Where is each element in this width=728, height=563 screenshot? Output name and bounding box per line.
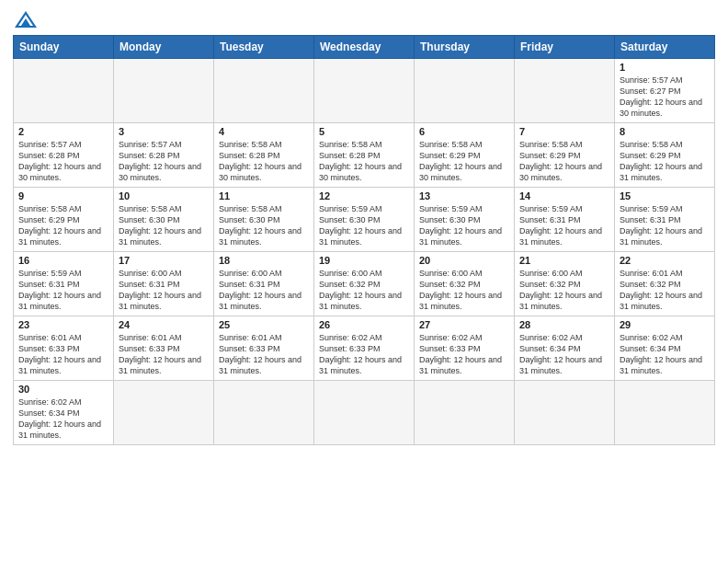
day-info: Sunrise: 5:58 AMSunset: 6:28 PMDaylight:…: [219, 139, 309, 184]
day-info: Sunrise: 5:58 AMSunset: 6:29 PMDaylight:…: [419, 139, 509, 184]
day-info: Sunrise: 6:01 AMSunset: 6:33 PMDaylight:…: [18, 332, 108, 377]
day-info: Sunrise: 6:01 AMSunset: 6:33 PMDaylight:…: [119, 332, 209, 377]
calendar-cell: 10Sunrise: 5:58 AMSunset: 6:30 PMDayligh…: [114, 188, 214, 252]
calendar-cell: [114, 59, 214, 123]
weekday-header-tuesday: Tuesday: [214, 36, 314, 59]
calendar-week-row: 2Sunrise: 5:57 AMSunset: 6:28 PMDaylight…: [14, 123, 715, 188]
day-number: 11: [219, 190, 309, 201]
day-number: 23: [18, 319, 108, 330]
day-number: 8: [620, 126, 710, 137]
day-number: 16: [18, 255, 108, 266]
calendar-week-row: 1Sunrise: 5:57 AMSunset: 6:27 PMDaylight…: [14, 59, 715, 123]
day-info: Sunrise: 5:57 AMSunset: 6:28 PMDaylight:…: [119, 139, 209, 184]
calendar-week-row: 9Sunrise: 5:58 AMSunset: 6:29 PMDaylight…: [14, 188, 715, 252]
day-info: Sunrise: 5:59 AMSunset: 6:30 PMDaylight:…: [319, 203, 409, 248]
calendar-table: SundayMondayTuesdayWednesdayThursdayFrid…: [13, 35, 715, 445]
day-number: 20: [419, 255, 509, 266]
calendar-cell: 4Sunrise: 5:58 AMSunset: 6:28 PMDaylight…: [214, 123, 314, 188]
calendar-cell: 15Sunrise: 5:59 AMSunset: 6:31 PMDayligh…: [615, 188, 715, 252]
day-info: Sunrise: 5:58 AMSunset: 6:28 PMDaylight:…: [319, 139, 409, 184]
weekday-header-saturday: Saturday: [615, 36, 715, 59]
day-info: Sunrise: 6:01 AMSunset: 6:33 PMDaylight:…: [219, 332, 309, 377]
day-number: 15: [620, 190, 710, 201]
day-number: 26: [319, 319, 409, 330]
day-number: 21: [519, 255, 609, 266]
calendar-cell: [515, 59, 615, 123]
calendar-cell: 2Sunrise: 5:57 AMSunset: 6:28 PMDaylight…: [14, 123, 114, 188]
day-number: 4: [219, 126, 309, 137]
calendar-cell: 29Sunrise: 6:02 AMSunset: 6:34 PMDayligh…: [615, 316, 715, 381]
day-number: 13: [419, 190, 509, 201]
calendar-cell: [214, 381, 314, 445]
day-info: Sunrise: 5:59 AMSunset: 6:30 PMDaylight:…: [419, 203, 509, 248]
header: [13, 9, 715, 29]
day-info: Sunrise: 5:59 AMSunset: 6:31 PMDaylight:…: [519, 203, 609, 248]
calendar-cell: 9Sunrise: 5:58 AMSunset: 6:29 PMDaylight…: [14, 188, 114, 252]
day-number: 28: [519, 319, 609, 330]
calendar-cell: 14Sunrise: 5:59 AMSunset: 6:31 PMDayligh…: [515, 188, 615, 252]
day-number: 22: [620, 255, 710, 266]
calendar-cell: 30Sunrise: 6:02 AMSunset: 6:34 PMDayligh…: [14, 381, 114, 445]
weekday-header-sunday: Sunday: [14, 36, 114, 59]
calendar-cell: 24Sunrise: 6:01 AMSunset: 6:33 PMDayligh…: [114, 316, 214, 381]
day-info: Sunrise: 5:59 AMSunset: 6:31 PMDaylight:…: [18, 268, 108, 313]
calendar-week-row: 23Sunrise: 6:01 AMSunset: 6:33 PMDayligh…: [14, 316, 715, 381]
day-info: Sunrise: 5:58 AMSunset: 6:30 PMDaylight:…: [119, 203, 209, 248]
calendar-cell: [214, 59, 314, 123]
day-number: 19: [319, 255, 409, 266]
day-number: 7: [519, 126, 609, 137]
day-info: Sunrise: 6:00 AMSunset: 6:31 PMDaylight:…: [219, 268, 309, 313]
calendar-cell: 5Sunrise: 5:58 AMSunset: 6:28 PMDaylight…: [314, 123, 415, 188]
day-info: Sunrise: 5:58 AMSunset: 6:30 PMDaylight:…: [219, 203, 309, 248]
day-info: Sunrise: 5:59 AMSunset: 6:31 PMDaylight:…: [620, 203, 710, 248]
calendar-cell: 12Sunrise: 5:59 AMSunset: 6:30 PMDayligh…: [314, 188, 415, 252]
calendar-cell: 26Sunrise: 6:02 AMSunset: 6:33 PMDayligh…: [314, 316, 415, 381]
calendar-week-row: 30Sunrise: 6:02 AMSunset: 6:34 PMDayligh…: [14, 381, 715, 445]
calendar-cell: 7Sunrise: 5:58 AMSunset: 6:29 PMDaylight…: [515, 123, 615, 188]
day-info: Sunrise: 5:58 AMSunset: 6:29 PMDaylight:…: [620, 139, 710, 184]
calendar-cell: 25Sunrise: 6:01 AMSunset: 6:33 PMDayligh…: [214, 316, 314, 381]
day-info: Sunrise: 5:58 AMSunset: 6:29 PMDaylight:…: [519, 139, 609, 184]
calendar-cell: 28Sunrise: 6:02 AMSunset: 6:34 PMDayligh…: [515, 316, 615, 381]
calendar-cell: 6Sunrise: 5:58 AMSunset: 6:29 PMDaylight…: [415, 123, 515, 188]
logo: [13, 9, 42, 29]
calendar-cell: 16Sunrise: 5:59 AMSunset: 6:31 PMDayligh…: [14, 252, 114, 316]
calendar-cell: [314, 381, 415, 445]
day-info: Sunrise: 6:00 AMSunset: 6:32 PMDaylight:…: [519, 268, 609, 313]
page: SundayMondayTuesdayWednesdayThursdayFrid…: [0, 0, 728, 454]
day-info: Sunrise: 5:57 AMSunset: 6:27 PMDaylight:…: [620, 75, 710, 120]
calendar-cell: 23Sunrise: 6:01 AMSunset: 6:33 PMDayligh…: [14, 316, 114, 381]
day-number: 30: [18, 384, 108, 395]
calendar-cell: [515, 381, 615, 445]
calendar-cell: 20Sunrise: 6:00 AMSunset: 6:32 PMDayligh…: [415, 252, 515, 316]
weekday-header-row: SundayMondayTuesdayWednesdayThursdayFrid…: [14, 36, 715, 59]
calendar-cell: 3Sunrise: 5:57 AMSunset: 6:28 PMDaylight…: [114, 123, 214, 188]
day-info: Sunrise: 6:02 AMSunset: 6:33 PMDaylight:…: [319, 332, 409, 377]
calendar-cell: 11Sunrise: 5:58 AMSunset: 6:30 PMDayligh…: [214, 188, 314, 252]
calendar-cell: 19Sunrise: 6:00 AMSunset: 6:32 PMDayligh…: [314, 252, 415, 316]
calendar-cell: [415, 59, 515, 123]
day-info: Sunrise: 6:00 AMSunset: 6:31 PMDaylight:…: [119, 268, 209, 313]
day-number: 17: [119, 255, 209, 266]
weekday-header-wednesday: Wednesday: [314, 36, 415, 59]
day-number: 25: [219, 319, 309, 330]
calendar-cell: [615, 381, 715, 445]
calendar-cell: [415, 381, 515, 445]
calendar-cell: 13Sunrise: 5:59 AMSunset: 6:30 PMDayligh…: [415, 188, 515, 252]
logo-icon: [13, 9, 39, 29]
calendar-week-row: 16Sunrise: 5:59 AMSunset: 6:31 PMDayligh…: [14, 252, 715, 316]
day-info: Sunrise: 5:57 AMSunset: 6:28 PMDaylight:…: [18, 139, 108, 184]
day-info: Sunrise: 6:01 AMSunset: 6:32 PMDaylight:…: [620, 268, 710, 313]
day-number: 1: [620, 62, 710, 73]
day-number: 2: [18, 126, 108, 137]
calendar-cell: [114, 381, 214, 445]
day-info: Sunrise: 6:00 AMSunset: 6:32 PMDaylight:…: [319, 268, 409, 313]
day-number: 14: [519, 190, 609, 201]
day-number: 12: [319, 190, 409, 201]
weekday-header-friday: Friday: [515, 36, 615, 59]
day-info: Sunrise: 6:02 AMSunset: 6:34 PMDaylight:…: [18, 396, 108, 442]
calendar-cell: 21Sunrise: 6:00 AMSunset: 6:32 PMDayligh…: [515, 252, 615, 316]
weekday-header-thursday: Thursday: [415, 36, 515, 59]
day-number: 9: [18, 190, 108, 201]
day-info: Sunrise: 5:58 AMSunset: 6:29 PMDaylight:…: [18, 203, 108, 248]
